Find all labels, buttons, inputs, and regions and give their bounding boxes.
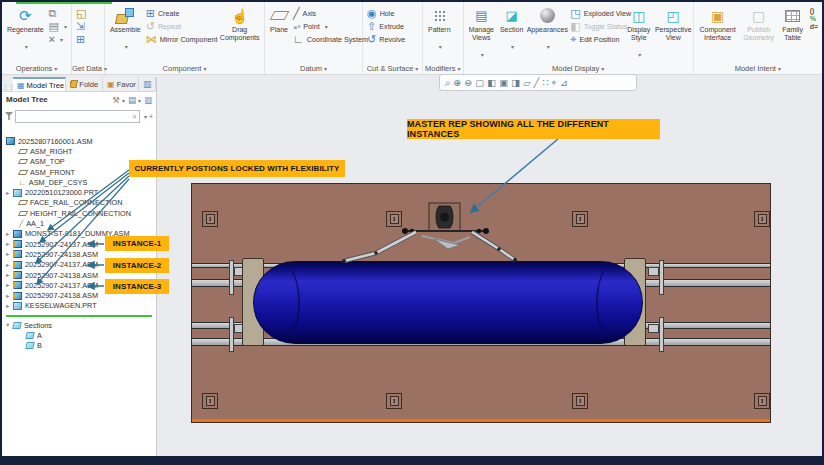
datum-plane-toggle-icon[interactable]: ▱ bbox=[523, 78, 530, 88]
regenerate-button[interactable]: Regenerate bbox=[4, 5, 47, 54]
zoom-out-icon[interactable]: ⊖ bbox=[464, 78, 472, 88]
section-button[interactable]: Section bbox=[497, 5, 526, 54]
delete-button[interactable] bbox=[47, 33, 69, 46]
beam-marker: I bbox=[572, 211, 588, 227]
axis-button[interactable]: Axis bbox=[291, 7, 370, 20]
sash-toggle-icon[interactable]: ⋮⋮ bbox=[2, 83, 13, 91]
tree-row-section-a[interactable]: A bbox=[2, 330, 156, 340]
annotation-toggle-icon[interactable]: ⊿ bbox=[560, 78, 568, 88]
model-intent-group-label[interactable]: Model Intent bbox=[694, 64, 822, 73]
relations-button[interactable]: d= bbox=[810, 23, 818, 30]
copy-button[interactable] bbox=[47, 7, 69, 20]
expander-icon[interactable]: ► bbox=[5, 282, 13, 288]
expander-icon[interactable]: ► bbox=[5, 251, 13, 257]
drag-components-button[interactable]: Drag Components bbox=[218, 5, 262, 43]
coordinate-system-button[interactable]: Coordinate System bbox=[291, 33, 370, 46]
tree-filters-button[interactable] bbox=[128, 95, 141, 105]
exploded-view-button[interactable]: Exploded View bbox=[568, 7, 624, 20]
add-filter-button[interactable]: + bbox=[149, 113, 153, 120]
assemble-button[interactable]: Assemble bbox=[107, 5, 144, 54]
toggle-status-button[interactable]: Toggle Status bbox=[568, 20, 624, 33]
tree-row[interactable]: AA_1 bbox=[2, 218, 156, 228]
tank-cylinder[interactable] bbox=[253, 261, 643, 344]
expander-icon[interactable]: ► bbox=[5, 262, 13, 268]
tree-row-root[interactable]: 20252807160001.ASM bbox=[2, 136, 156, 146]
tree-tools-button[interactable] bbox=[112, 95, 125, 105]
beam-marker: I bbox=[754, 393, 770, 409]
tab-favorites[interactable]: Favor bbox=[103, 77, 139, 91]
paste-button[interactable] bbox=[47, 20, 69, 33]
expander-icon[interactable]: ► bbox=[5, 272, 13, 278]
switch-symbols-button[interactable]: % bbox=[810, 15, 818, 22]
tree-columns-button[interactable] bbox=[144, 95, 152, 105]
datum-group-label[interactable]: Datum bbox=[265, 64, 362, 73]
ribbon-group-modifiers: Pattern Modifiers bbox=[423, 2, 464, 74]
datum-plane-icon bbox=[269, 11, 289, 20]
modifiers-group-label[interactable]: Modifiers bbox=[423, 64, 463, 73]
extrude-button[interactable]: Extrude bbox=[365, 20, 407, 33]
tab-model-tree[interactable]: Model Tree bbox=[13, 77, 66, 91]
model-display-group-label[interactable]: Model Display bbox=[464, 64, 693, 73]
callout-master-rep: MASTER REP SHOWING ALL THE DIFFERENT INS… bbox=[407, 119, 660, 139]
tree-row[interactable]: FACE_RAIL_CONNECTION bbox=[2, 198, 156, 208]
tree-row-sections[interactable]: ▼Sections bbox=[2, 320, 156, 330]
expander-icon[interactable]: ► bbox=[5, 231, 13, 237]
view-capture-icon[interactable]: ▣ bbox=[499, 78, 508, 88]
datum-point-toggle-icon[interactable]: ∷ bbox=[542, 78, 548, 88]
edit-position-button[interactable]: Edit Position bbox=[568, 33, 624, 46]
appearances-sphere-icon bbox=[540, 8, 555, 23]
tree-row[interactable]: ►20220510123000.PRT bbox=[2, 187, 156, 197]
search-input[interactable]: × bbox=[15, 110, 140, 123]
tree-row[interactable]: ASM_DEF_CSYS bbox=[2, 177, 156, 187]
expander-icon[interactable]: ► bbox=[5, 190, 13, 196]
tab-folders[interactable]: Folde bbox=[66, 77, 103, 91]
ribbon-group-operations: Regenerate Operations bbox=[2, 2, 72, 74]
zoom-in-icon[interactable]: ⊕ bbox=[453, 78, 461, 88]
revolve-button[interactable]: Revolve bbox=[365, 33, 407, 46]
tree-row[interactable]: HEIGHT_RAIL_CONNECTION bbox=[2, 208, 156, 218]
beam-marker: I bbox=[386, 211, 402, 227]
component-group-label[interactable]: Component bbox=[105, 64, 264, 73]
pattern-button[interactable]: Pattern bbox=[425, 5, 454, 54]
part-icon bbox=[13, 189, 22, 197]
search-options-caret[interactable] bbox=[142, 113, 147, 120]
tree-row[interactable]: ASM_RIGHT bbox=[2, 146, 156, 156]
expander-icon[interactable]: ► bbox=[5, 293, 13, 299]
include-button[interactable] bbox=[74, 33, 88, 46]
manage-views-button[interactable]: Manage Views bbox=[466, 5, 497, 62]
tree-row-kesselwagen[interactable]: ►KESSELWAGEN.PRT bbox=[2, 301, 156, 311]
publish-geometry-button[interactable]: Publish Geometry bbox=[740, 5, 778, 43]
repeat-button[interactable]: Repeat bbox=[144, 20, 218, 33]
refit-view-icon[interactable]: ▢ bbox=[475, 78, 484, 88]
expander-icon[interactable]: ► bbox=[5, 241, 13, 247]
operations-group-label[interactable]: Operations bbox=[2, 64, 71, 73]
mirror-component-button[interactable]: Mirror Component bbox=[144, 33, 218, 46]
parameters-button[interactable]: () bbox=[810, 7, 818, 14]
datum-csys-toggle-icon[interactable]: ⌖ bbox=[551, 78, 556, 88]
tree-row-section-b[interactable]: B bbox=[2, 341, 156, 351]
filter-funnel-icon[interactable] bbox=[5, 112, 13, 120]
appearances-button[interactable]: Appearances bbox=[526, 5, 568, 54]
zoom-window-icon[interactable]: ⌕ bbox=[445, 78, 450, 88]
component-interface-button[interactable]: Component Interface bbox=[696, 5, 740, 43]
datum-axis-toggle-icon[interactable]: ╱ bbox=[534, 78, 540, 88]
family-table-button[interactable]: Family Table bbox=[778, 5, 808, 43]
get-data-icon bbox=[76, 21, 85, 32]
expander-icon[interactable]: ► bbox=[5, 303, 13, 309]
clear-search-icon[interactable]: × bbox=[132, 112, 137, 121]
hole-button[interactable]: Hole bbox=[365, 7, 407, 20]
perspective-view-button[interactable]: Perspective View bbox=[653, 5, 693, 43]
saved-views-icon[interactable]: ◧ bbox=[487, 78, 496, 88]
cut-surface-group-label[interactable]: Cut & Surface bbox=[363, 64, 422, 73]
plane-button[interactable]: Plane bbox=[267, 5, 291, 35]
datum-plane-icon bbox=[18, 159, 28, 164]
sections-icon bbox=[12, 322, 21, 329]
display-style-button[interactable]: Display Style bbox=[624, 5, 653, 62]
point-button[interactable]: Point bbox=[291, 20, 370, 33]
get-data-group-label[interactable]: Get Data bbox=[72, 64, 104, 73]
get-data-button[interactable] bbox=[74, 20, 88, 33]
import-button[interactable] bbox=[74, 7, 88, 20]
create-button[interactable]: Create bbox=[144, 7, 218, 20]
display-style-icon[interactable]: ◨ bbox=[511, 78, 520, 88]
navigator-extra-button[interactable] bbox=[139, 77, 156, 91]
